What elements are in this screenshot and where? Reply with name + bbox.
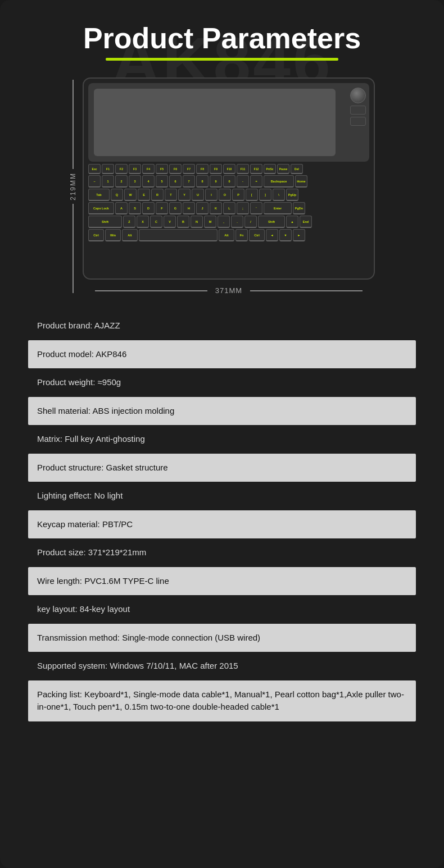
key-c: C xyxy=(150,216,162,228)
key-bslash: \ xyxy=(273,189,285,201)
key-r: R xyxy=(151,189,164,201)
key-u: U xyxy=(192,189,204,201)
qwerty-row: Tab Q W E R T Y U I O P [ ] \ Pg xyxy=(88,189,369,201)
key-f4: F4 xyxy=(142,164,155,174)
asdf-row: Caps Lock A S D F G H J K L ; ' Enter Pg… xyxy=(88,202,369,214)
key-f11: F11 xyxy=(237,164,249,174)
key-left: ◄ xyxy=(266,229,278,241)
key-4: 4 xyxy=(142,175,155,188)
key-rbracket: ] xyxy=(259,189,271,201)
key-0: 0 xyxy=(223,175,235,188)
params-section: Product brand: AJAZZProduct model: AKP84… xyxy=(28,312,416,721)
key-f7: F7 xyxy=(183,164,195,174)
keyboard-wrapper: Esc F1 F2 F3 F4 F5 F6 F7 F8 F9 F10 F11 F… xyxy=(83,77,375,295)
key-n: N xyxy=(191,216,203,228)
param-row-5: Product structure: Gasket structure xyxy=(28,454,416,482)
param-row-2: Product weight: ≈950g xyxy=(28,368,416,397)
num-row: ~ 1 2 3 4 5 6 7 8 9 0 - = Backspace xyxy=(88,175,369,188)
key-z: Z xyxy=(123,216,135,228)
key-f6: F6 xyxy=(169,164,182,174)
keyboard-keys: Esc F1 F2 F3 F4 F5 F6 F7 F8 F9 F10 F11 F… xyxy=(88,164,369,274)
key-8: 8 xyxy=(196,175,209,188)
key-tilde: ~ xyxy=(88,175,101,188)
key-l: L xyxy=(223,202,235,214)
key-6: 6 xyxy=(169,175,182,188)
key-fn: Fn xyxy=(235,229,248,241)
key-del: Del xyxy=(291,164,303,174)
bottom-row: Ctrl Win Alt Alt Fn Ctrl ◄ ▼ ► xyxy=(88,229,369,241)
param-row-13: Packing list: Keyboard*1, Single-mode da… xyxy=(28,680,416,721)
key-lbracket: [ xyxy=(246,189,258,201)
side-btn-2 xyxy=(350,117,366,126)
key-win: Win xyxy=(105,229,121,241)
param-row-4: Matrix: Full key Anti-ghosting xyxy=(28,425,416,454)
key-semi: ; xyxy=(237,202,249,214)
key-b: B xyxy=(177,216,189,228)
key-tab: Tab xyxy=(88,189,110,201)
key-f1: F1 xyxy=(102,164,114,174)
key-x: X xyxy=(137,216,149,228)
key-rshift: Shift xyxy=(258,216,285,228)
touchpad-screen xyxy=(94,89,336,156)
dim-line-horizontal-right xyxy=(250,290,363,291)
key-slash: / xyxy=(244,216,257,228)
key-k: K xyxy=(210,202,222,214)
key-7: 7 xyxy=(183,175,195,188)
dim-line-vertical-bottom xyxy=(73,204,74,293)
key-2: 2 xyxy=(115,175,128,188)
title-section: Product Parameters xyxy=(28,22,416,61)
key-p: P xyxy=(232,189,244,201)
key-period: . xyxy=(231,216,243,228)
key-a: A xyxy=(115,202,128,214)
key-3: 3 xyxy=(129,175,141,188)
key-caps: Caps Lock xyxy=(88,202,114,214)
key-f2: F2 xyxy=(115,164,128,174)
key-minus: - xyxy=(237,175,249,188)
width-label: 371MM xyxy=(207,286,250,295)
key-down: ▼ xyxy=(279,229,292,241)
param-row-0: Product brand: AJAZZ xyxy=(28,312,416,340)
key-space xyxy=(139,229,218,241)
key-home: Home xyxy=(295,175,307,188)
key-pgup: PgUp xyxy=(286,189,298,201)
dimension-left: 219MM xyxy=(69,80,77,293)
page-container: AK846 Product Parameters 219MM xyxy=(0,0,444,868)
param-row-9: Wire length: PVC1.6M TYPE-C line xyxy=(28,567,416,596)
key-1: 1 xyxy=(102,175,114,188)
key-i: I xyxy=(205,189,218,201)
param-row-12: Supported system: Windows 7/10/11, MAC a… xyxy=(28,652,416,680)
param-row-3: Shell material: ABS injection molding xyxy=(28,397,416,426)
key-s: S xyxy=(129,202,141,214)
key-w: W xyxy=(124,189,137,201)
key-q: Q xyxy=(111,189,123,201)
key-end: End xyxy=(300,216,312,228)
key-ralt: Alt xyxy=(219,229,234,241)
key-h: H xyxy=(183,202,195,214)
param-row-6: Lighting effect: No light xyxy=(28,482,416,510)
key-lshift: Shift xyxy=(88,216,122,228)
param-row-8: Product size: 371*219*21mm xyxy=(28,538,416,567)
fn-row: Esc F1 F2 F3 F4 F5 F6 F7 F8 F9 F10 F11 F… xyxy=(88,164,369,174)
dim-line-horizontal-left xyxy=(95,290,207,291)
key-f: F xyxy=(156,202,168,214)
key-f3: F3 xyxy=(129,164,141,174)
side-btn-1 xyxy=(350,106,366,115)
key-up: ▲ xyxy=(286,216,298,228)
key-f8: F8 xyxy=(196,164,209,174)
knob xyxy=(350,88,366,103)
key-f5: F5 xyxy=(156,164,168,174)
key-prtsc: PrtSc xyxy=(264,164,276,174)
key-e: E xyxy=(138,189,150,201)
key-pause: Pause xyxy=(277,164,289,174)
key-f9: F9 xyxy=(210,164,222,174)
key-equals: = xyxy=(250,175,262,188)
param-row-7: Keycap material: PBT/PC xyxy=(28,510,416,539)
key-m: M xyxy=(204,216,216,228)
key-9: 9 xyxy=(210,175,222,188)
key-rctrl: Ctrl xyxy=(249,229,265,241)
param-row-10: key layout: 84-key layout xyxy=(28,595,416,624)
key-j: J xyxy=(196,202,209,214)
key-pgdn: PgDn xyxy=(293,202,305,214)
dim-line-vertical-top xyxy=(73,80,74,169)
key-quote: ' xyxy=(250,202,262,214)
